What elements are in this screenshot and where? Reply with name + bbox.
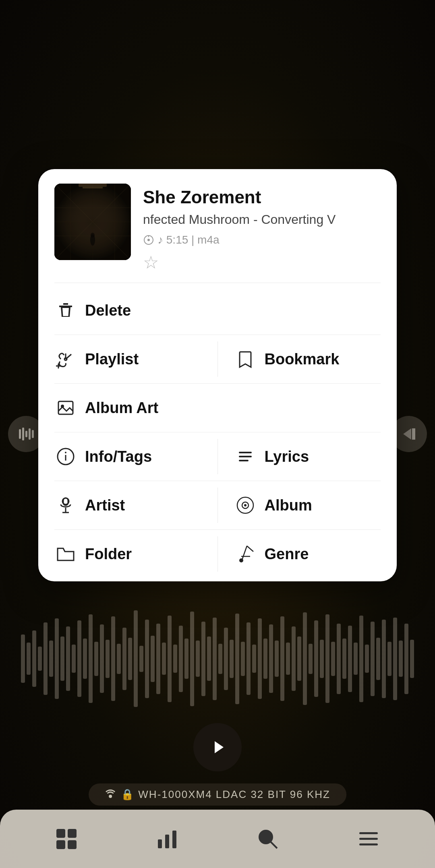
svg-point-34: [65, 452, 66, 453]
nav-search-button[interactable]: [248, 819, 288, 859]
status-bar-text: 🔒 WH-1000XM4 LDAC 32 BIT 96 KHZ: [121, 788, 330, 801]
waveform-bar: [224, 628, 228, 690]
waveform-bar: [162, 643, 166, 675]
svg-rect-49: [56, 829, 65, 838]
waveform-bar: [151, 636, 155, 682]
waveform-bar: [89, 614, 93, 703]
waveform-bar: [354, 643, 358, 675]
svg-point-6: [109, 795, 112, 798]
track-title: She Zorement: [143, 187, 381, 208]
svg-rect-36: [239, 456, 252, 457]
svg-rect-51: [56, 840, 65, 849]
svg-rect-59: [359, 838, 378, 840]
waveform-bar: [145, 620, 149, 698]
svg-point-23: [147, 239, 150, 241]
waveform-bar: [173, 645, 177, 673]
album-label: Album: [265, 497, 312, 514]
waveform-bar: [207, 637, 211, 681]
waveform-bar: [38, 647, 42, 671]
track-subtitle: nfected Mushroom - Converting V: [143, 211, 381, 228]
artist-menu-item[interactable]: Artist: [38, 481, 218, 529]
svg-rect-1: [22, 428, 24, 440]
waveform-bar: [280, 616, 284, 701]
waveform-bar: [49, 641, 53, 677]
svg-line-57: [271, 842, 277, 848]
waveform-bar: [122, 628, 126, 690]
waveform-bar: [213, 618, 217, 700]
genre-label: Genre: [265, 546, 309, 563]
waveform-bar: [44, 622, 48, 695]
waveform-bar: [100, 624, 104, 693]
waveform-bar: [331, 642, 335, 676]
waveform-bar: [196, 641, 200, 677]
waveform-bar: [77, 620, 81, 697]
track-info: She Zorement nfected Mushroom - Converti…: [143, 184, 381, 271]
waveform-bar: [371, 622, 375, 696]
waveform-bar: [66, 626, 70, 691]
waveform-bar: [252, 645, 256, 673]
nav-grid-button[interactable]: [46, 819, 87, 859]
waveform-bar: [382, 620, 386, 698]
waveform-bar: [179, 626, 183, 692]
svg-rect-53: [158, 839, 162, 848]
folder-label: Folder: [85, 546, 132, 563]
waveform-bar: [60, 637, 64, 681]
folder-genre-row: Folder Genre: [38, 530, 397, 578]
info-lyrics-row: Info/Tags Lyrics: [38, 432, 397, 481]
info-tags-label: Info/Tags: [85, 448, 152, 465]
album-menu-item[interactable]: Album: [218, 481, 397, 529]
waveform-bar: [348, 626, 352, 692]
svg-point-44: [244, 504, 246, 506]
waveform-bar: [320, 640, 324, 678]
waveform-bar: [128, 638, 132, 680]
device-status-bar: 🔒 WH-1000XM4 LDAC 32 BIT 96 KHZ: [89, 783, 346, 806]
svg-marker-5: [215, 741, 224, 753]
waveform-bar: [303, 612, 307, 705]
waveform-bar: [246, 622, 251, 695]
track-meta: ♪ 5:15 | m4a: [143, 234, 381, 246]
waveform-bar: [32, 630, 36, 687]
svg-rect-50: [68, 829, 77, 838]
waveform-bar: [27, 643, 31, 675]
waveform-bar: [263, 639, 267, 679]
waveform-bar: [134, 610, 138, 707]
waveform-bar: [139, 646, 143, 672]
waveform-bar: [342, 639, 346, 679]
playlist-menu-item[interactable]: Playlist: [38, 335, 218, 383]
delete-menu-item[interactable]: Delete: [38, 286, 397, 335]
genre-menu-item[interactable]: Genre: [218, 530, 397, 578]
waveform-bar: [55, 618, 59, 699]
album-art-thumbnail: [54, 184, 131, 260]
waveform-bar: [292, 626, 296, 691]
waveform-bar: [235, 614, 239, 704]
lyrics-menu-item[interactable]: Lyrics: [218, 432, 397, 481]
waveform-bar: [83, 639, 87, 679]
info-tags-menu-item[interactable]: Info/Tags: [38, 432, 218, 481]
svg-rect-52: [68, 840, 77, 849]
nav-stats-button[interactable]: [147, 819, 187, 859]
svg-rect-35: [239, 452, 252, 453]
waveform-bar: [399, 641, 403, 677]
folder-menu-item[interactable]: Folder: [38, 530, 218, 578]
waveform-bar: [387, 642, 392, 676]
waveform-bar: [111, 616, 115, 701]
waveform-bar: [365, 645, 369, 673]
waveform-bar: [314, 620, 318, 697]
svg-rect-20: [83, 187, 103, 188]
bookmark-label: Bookmark: [265, 351, 340, 368]
svg-point-48: [239, 558, 243, 562]
svg-point-22: [91, 233, 95, 238]
waveform-bar: [297, 637, 301, 681]
track-duration-format: ♪ 5:15 | m4a: [157, 234, 220, 246]
waveform-bar: [393, 618, 397, 700]
waveform-bar: [72, 645, 76, 673]
bookmark-menu-item[interactable]: Bookmark: [218, 335, 397, 383]
album-art-menu-item[interactable]: Album Art: [38, 384, 397, 432]
nav-menu-button[interactable]: [348, 819, 389, 859]
waveform-bar: [359, 616, 363, 702]
favorite-star[interactable]: ☆: [143, 254, 381, 271]
waveform-bar: [21, 634, 25, 683]
waveform-bar: [117, 644, 121, 674]
waveform-bar: [168, 616, 172, 702]
play-button[interactable]: [193, 723, 242, 771]
